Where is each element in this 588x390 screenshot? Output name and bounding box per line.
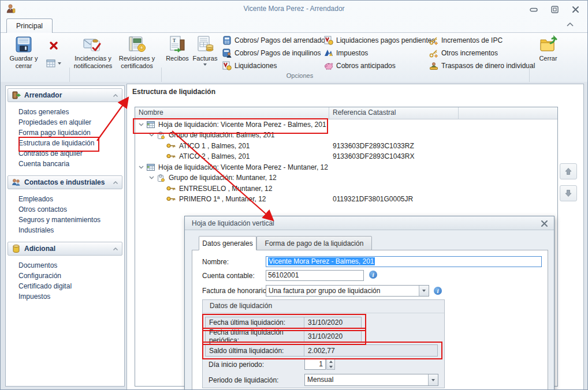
- tree-header: Nombre Referencia Catastral: [135, 107, 557, 119]
- sidebar-item-cuenta-bancaria[interactable]: Cuenta bancaria: [6, 159, 124, 169]
- otros-incrementos-label: Otros incrementos: [441, 49, 498, 57]
- liquidation-icon: [222, 61, 232, 70]
- sidebar-group-arrendador[interactable]: Arrendador: [8, 88, 122, 102]
- layout-button[interactable]: [43, 57, 64, 70]
- database-icon: [12, 244, 21, 253]
- tree-row-atico2[interactable]: ATICO 2 , Balmes, 201 9133603DF2893C1043…: [135, 151, 557, 162]
- close-form-button[interactable]: Cerrar: [533, 35, 563, 79]
- dropdown-button[interactable]: [419, 286, 429, 296]
- sidebar-item-documentos[interactable]: Documentos: [6, 260, 124, 271]
- tree-row-grupo-muntaner[interactable]: Grupo de liquidación: Muntaner, 12: [135, 172, 557, 183]
- stepper-down-icon[interactable]: [329, 366, 333, 368]
- dia-inicio-value[interactable]: 1: [304, 358, 326, 370]
- stepper-up-icon[interactable]: [329, 361, 333, 363]
- dialog-close-icon[interactable]: [541, 220, 548, 227]
- liquidaciones-label: Liquidaciones: [235, 62, 277, 70]
- chevron-down-icon[interactable]: [139, 123, 144, 126]
- liquidaciones-item[interactable]: Liquidaciones: [222, 61, 277, 71]
- move-down-button[interactable]: [560, 185, 577, 201]
- sidebar-item-estructura-liquidacion[interactable]: Estructura de liquidación: [6, 138, 124, 148]
- revisions-icon: [127, 35, 147, 54]
- sidebar-group-title: Adicional: [24, 245, 55, 253]
- chevron-down-icon[interactable]: [139, 166, 144, 169]
- cobros-anticipados-item[interactable]: Cobros anticipados: [324, 61, 396, 71]
- group-doc-icon: [157, 132, 165, 139]
- ribbon-collapse-icon[interactable]: [565, 21, 575, 28]
- otros-incrementos-item[interactable]: Otros incrementos: [429, 48, 498, 58]
- page-title: Estructura de liquidación: [132, 88, 215, 96]
- datos-liquidacion-groupbox: Datos de liquidación Fecha última liquid…: [202, 299, 445, 388]
- tree-row-grupo-balmes[interactable]: Grupo de liquidación: Balmes, 201: [135, 130, 557, 140]
- tree-row-entresuelo[interactable]: ENTRESUELO , Muntaner, 12: [135, 183, 557, 194]
- restore-button[interactable]: [549, 5, 560, 14]
- sidebar-item-certificado[interactable]: Certificado digital: [6, 281, 124, 291]
- liquidation-icon: [324, 36, 333, 45]
- window-title: Vicente Mora Perez - Arrendador: [1, 5, 587, 13]
- close-icon[interactable]: [570, 5, 580, 14]
- incrementos-ipc-item[interactable]: Incrementos de IPC: [429, 35, 503, 46]
- dialog-title-bar: Hoja de liquidación vertical: [185, 216, 554, 230]
- impuestos-label: Impuestos: [336, 49, 368, 57]
- traspasos-label: Traspasos de dinero individual: [441, 62, 535, 70]
- cobros-arrendador-item[interactable]: Cobros/ Pagos del arrendador: [222, 35, 328, 46]
- dialog-title: Hoja de liquidación vertical: [192, 219, 274, 227]
- impuestos-item[interactable]: Impuestos: [324, 48, 368, 58]
- tree-row-atico1[interactable]: ATICO 1 , Balmes, 201 9133603DF2893C1033…: [135, 141, 557, 151]
- chevron-down-icon[interactable]: [149, 176, 154, 179]
- column-header-referencia[interactable]: Referencia Catastral: [329, 107, 459, 119]
- periodo-combo[interactable]: Mensual: [304, 374, 438, 386]
- save-close-button[interactable]: Guardar y cerrar: [6, 35, 41, 79]
- tree-row-hoja-balmes[interactable]: Hoja de liquidación: Vicente Mora Perez …: [135, 119, 557, 130]
- factura-honorarios-label: Factura de honorarios:: [202, 287, 272, 295]
- sidebar-item-impuestos[interactable]: Impuestos: [6, 291, 124, 302]
- info-icon[interactable]: i: [369, 271, 377, 279]
- sidebar-item-forma-pago[interactable]: Forma pago liquidación: [6, 127, 124, 138]
- factura-honorarios-combo[interactable]: Una factura por grupo de liquidación: [266, 285, 429, 297]
- cobros-inquilinos-item[interactable]: Cobros/ Pagos de inquilinos: [222, 48, 321, 58]
- sidebar-group-adicional[interactable]: Adicional: [8, 242, 122, 256]
- sidebar-item-seguros[interactable]: Seguros y mantenimientos: [6, 215, 124, 225]
- dialog-tab-forma-pago[interactable]: Forma de pago de la liquidación: [256, 236, 372, 250]
- receipts-label: Recibos: [166, 55, 189, 62]
- cuenta-contable-value: 56102001: [268, 271, 299, 279]
- delete-button[interactable]: [44, 38, 63, 54]
- minimize-button[interactable]: [529, 5, 539, 14]
- periodo-value: Mensual: [307, 376, 333, 384]
- sidebar-item-otros-contactos[interactable]: Otros contactos: [6, 204, 124, 215]
- chevron-down-icon[interactable]: [149, 133, 154, 137]
- sidebar-group-title: Arrendador: [24, 91, 62, 99]
- people-icon: [12, 178, 21, 187]
- tree-row-label: Grupo de liquidación: Balmes, 201: [169, 130, 274, 140]
- chevron-up-icon: [113, 181, 118, 185]
- saldo-ultima-value: 2.002,77: [304, 347, 335, 355]
- invoices-label: Facturas: [193, 55, 218, 62]
- sidebar-item-contratos[interactable]: Contratos de alquiler: [6, 148, 124, 159]
- tree-row-primero[interactable]: PRIMERO 1ª , Muntaner, 12 0119321DF3801G…: [135, 194, 557, 204]
- nombre-input[interactable]: Vicente Mora Perez - Balmes, 201: [266, 256, 542, 267]
- sidebar-item-industriales[interactable]: Industriales: [6, 225, 124, 235]
- liquidaciones-pendientes-item[interactable]: Liquidaciones pagos pendientes: [324, 35, 435, 46]
- sidebar-item-datos-generales[interactable]: Datos generales: [6, 107, 124, 117]
- cuenta-contable-input[interactable]: 56102001: [266, 270, 364, 281]
- tab-principal[interactable]: Principal: [6, 18, 53, 33]
- sidebar: Arrendador Datos generales Propiedades e…: [5, 85, 125, 387]
- dialog-tab-datos-generales[interactable]: Datos generales: [199, 236, 256, 250]
- info-icon[interactable]: i: [434, 287, 442, 295]
- column-header-nombre[interactable]: Nombre: [135, 107, 329, 119]
- column-header-blank[interactable]: [459, 107, 557, 119]
- close-folder-icon: [539, 35, 557, 54]
- saldo-ultima-row: Saldo última liquidación: 2.002,77: [205, 344, 438, 357]
- dropdown-arrow-icon: [203, 63, 207, 66]
- groupbox-title: Datos de liquidación: [203, 300, 444, 313]
- dropdown-button[interactable]: [428, 374, 438, 385]
- tree-row-hoja-muntaner[interactable]: Hoja de liquidación: Vicente Mora Perez …: [135, 162, 557, 172]
- sidebar-item-configuracion[interactable]: Configuración: [6, 271, 124, 281]
- ribbon: Guardar y cerrar: [1, 33, 587, 82]
- sidebar-item-propiedades[interactable]: Propiedades en alquiler: [6, 117, 124, 127]
- factura-honorarios-value: Una factura por grupo de liquidación: [269, 287, 380, 295]
- sidebar-group-contactos[interactable]: Contactos e industriales: [8, 175, 122, 189]
- cobros-inquilinos-label: Cobros/ Pagos de inquilinos: [235, 49, 321, 57]
- sidebar-item-empleados[interactable]: Empleados: [6, 194, 124, 204]
- move-up-button[interactable]: [560, 163, 577, 179]
- traspasos-item[interactable]: Traspasos de dinero individual: [429, 61, 535, 71]
